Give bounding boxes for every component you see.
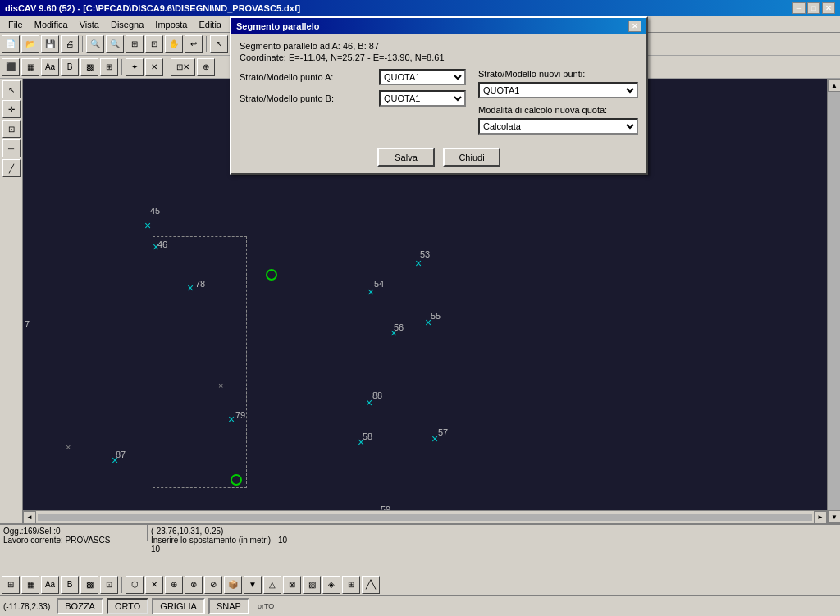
- pt-54-label: 54: [374, 279, 384, 289]
- tb-zoom-win[interactable]: ⊡: [145, 35, 163, 53]
- dialog-close-btn[interactable]: ✕: [628, 21, 641, 32]
- menu-file[interactable]: File: [3, 19, 28, 30]
- menu-disegna[interactable]: Disegna: [106, 19, 148, 30]
- bt-3[interactable]: Aa: [41, 576, 59, 594]
- bt-11[interactable]: ⊘: [204, 576, 222, 594]
- bt-14[interactable]: △: [263, 576, 281, 594]
- tb-open[interactable]: 📂: [21, 35, 39, 53]
- minimize-button[interactable]: ─: [792, 2, 806, 14]
- tb-save[interactable]: 💾: [41, 35, 59, 53]
- chiudi-button[interactable]: Chiudi: [443, 148, 500, 167]
- tb2-sep2: [167, 59, 167, 75]
- circle-mark-2: [231, 474, 242, 486]
- left-toolbar: ↖ ✛ ⊡ ─ ╱: [0, 79, 23, 523]
- bt-13[interactable]: ▼: [244, 576, 262, 594]
- tb2-7[interactable]: ✦: [126, 58, 144, 76]
- label-modalita: Modalità di calcolo nuova quota:: [478, 105, 638, 115]
- tb-zoom-out[interactable]: 🔍: [106, 35, 124, 53]
- tb2-3[interactable]: Aa: [41, 58, 59, 76]
- bt-9[interactable]: ⊕: [165, 576, 183, 594]
- griglia-button[interactable]: GRIGLIA: [152, 598, 205, 614]
- tb2-sep1: [121, 59, 122, 75]
- pt-54-cross: ×: [368, 286, 374, 298]
- label-punto-b: Strato/Modello punto B:: [240, 94, 379, 103]
- bt-19[interactable]: ╱╲: [362, 576, 380, 594]
- tb2-2[interactable]: ▦: [21, 58, 39, 76]
- scroll-up-btn[interactable]: ▲: [828, 79, 840, 92]
- pt-56-label: 56: [394, 322, 404, 332]
- select-punto-b[interactable]: QUOTA1: [379, 90, 466, 107]
- salva-button[interactable]: Salva: [377, 148, 435, 167]
- bt-15[interactable]: ⊠: [283, 576, 301, 594]
- bt-8[interactable]: ✕: [145, 576, 163, 594]
- select-punto-a[interactable]: QUOTA1: [379, 69, 466, 85]
- close-button[interactable]: ✕: [822, 2, 835, 14]
- orto-button[interactable]: ORTO: [107, 598, 148, 614]
- pt-57-label: 57: [438, 427, 448, 437]
- title-bar-buttons: ─ □ ✕: [792, 2, 835, 14]
- right-scrollbar: ▲ ▼: [827, 79, 840, 523]
- dialog-row-punto-a: Strato/Modello punto A: QUOTA1: [240, 69, 466, 85]
- tb2-9[interactable]: ⊡✕: [171, 58, 195, 76]
- bt-17[interactable]: ◈: [322, 576, 340, 594]
- tb-new[interactable]: 📄: [2, 35, 20, 53]
- tb-print[interactable]: 🖨: [61, 35, 79, 53]
- status-row-1: Ogg.:169/Sel.:0 Lavoro corrente: PROVASC…: [0, 525, 840, 541]
- tb2-1[interactable]: ⬛: [2, 58, 20, 76]
- label-punto-a: Strato/Modello punto A:: [240, 72, 379, 82]
- bt-5[interactable]: ▩: [80, 576, 98, 594]
- label-nuovi-punti: Strato/Modello nuovi punti:: [478, 69, 638, 79]
- pt-88-cross: ×: [366, 397, 372, 408]
- bt-12[interactable]: 📦: [224, 576, 242, 594]
- bt-10[interactable]: ⊗: [185, 576, 203, 594]
- tb-pan[interactable]: ✋: [165, 35, 183, 53]
- lt-1[interactable]: ↖: [2, 80, 21, 98]
- bozza-button[interactable]: BOZZA: [57, 598, 103, 614]
- tb-sep-2: [206, 36, 207, 52]
- maximize-button[interactable]: □: [807, 2, 820, 14]
- menu-imposta[interactable]: Imposta: [150, 19, 192, 30]
- lt-3[interactable]: ⊡: [2, 120, 21, 138]
- dialog-title-bar[interactable]: Segmento parallelo ✕: [231, 18, 646, 34]
- dialog-info-2: Coordinate: E=-11.04, N=25.27 - E=-13.90…: [240, 52, 638, 62]
- pt-45-cross: ×: [144, 220, 151, 231]
- tb2-8[interactable]: ✕: [145, 58, 163, 76]
- tb-select[interactable]: ↖: [210, 35, 228, 53]
- snap-button[interactable]: SNAP: [208, 598, 249, 614]
- tb-zoom-fit[interactable]: ⊞: [126, 35, 144, 53]
- h-scrollbar: ◄ ►: [23, 510, 827, 523]
- lt-2[interactable]: ✛: [2, 100, 21, 118]
- menu-editia[interactable]: Editia: [194, 19, 226, 30]
- cross-grey-2: ×: [66, 442, 71, 452]
- lt-5[interactable]: ╱: [2, 159, 21, 177]
- bt-1[interactable]: ⊞: [2, 576, 20, 594]
- menu-modifica[interactable]: Modifica: [30, 19, 73, 30]
- tb-zoom-in[interactable]: 🔍: [86, 35, 104, 53]
- pt-53-label: 53: [420, 249, 430, 259]
- scroll-right-btn[interactable]: ►: [814, 511, 827, 524]
- tb2-10[interactable]: ⊕: [197, 58, 215, 76]
- bt-6[interactable]: ⊡: [100, 576, 118, 594]
- pt-58-label: 58: [363, 431, 372, 441]
- orto-label: orTO: [258, 602, 274, 610]
- tb-undo[interactable]: ↩: [185, 35, 203, 53]
- bt-4[interactable]: B: [61, 576, 79, 594]
- menu-vista[interactable]: Vista: [75, 19, 104, 30]
- scroll-down-btn[interactable]: ▼: [828, 510, 840, 523]
- status-command-area: (-23.76,10.31,-0.25) Inserire lo spostam…: [148, 525, 840, 541]
- bt-7[interactable]: ⬡: [126, 576, 144, 594]
- select-modalita[interactable]: Calcolata: [478, 118, 638, 135]
- pt-79-label: 79: [235, 410, 245, 420]
- dialog-left-section: Strato/Modello punto A: QUOTA1 Strato/Mo…: [240, 69, 466, 141]
- tb2-5[interactable]: ▩: [80, 58, 98, 76]
- pt-7-label: 7: [25, 319, 30, 329]
- select-nuovi-punti[interactable]: QUOTA1: [478, 82, 638, 98]
- bt-2[interactable]: ▦: [21, 576, 39, 594]
- tb2-4[interactable]: B: [61, 58, 79, 76]
- status-cmd-line1: (-23.76,10.31,-0.25): [151, 527, 837, 536]
- bt-16[interactable]: ▧: [303, 576, 321, 594]
- scroll-left-btn[interactable]: ◄: [23, 511, 36, 524]
- bt-18[interactable]: ⊞: [342, 576, 360, 594]
- lt-4[interactable]: ─: [2, 139, 21, 157]
- tb2-6[interactable]: ⊞: [100, 58, 118, 76]
